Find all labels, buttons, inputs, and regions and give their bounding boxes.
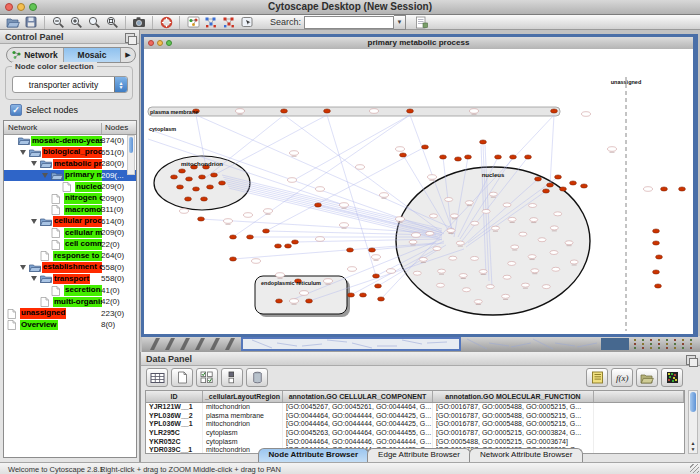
network-node[interactable] bbox=[543, 189, 550, 193]
network-node[interactable] bbox=[285, 244, 292, 248]
network-node[interactable] bbox=[510, 155, 517, 159]
tab-network[interactable]: Network bbox=[7, 48, 64, 62]
tree-expander-icon[interactable] bbox=[20, 150, 26, 155]
network-node[interactable] bbox=[525, 155, 532, 159]
tree-row-biological-process[interactable]: biological_process651(0) bbox=[4, 147, 136, 159]
resize-grip[interactable] bbox=[690, 464, 699, 473]
tree-row-primary-metabo[interactable]: primary metabo209(... bbox=[4, 170, 136, 182]
network-node[interactable] bbox=[440, 155, 447, 159]
network-snapshot-icon[interactable] bbox=[131, 16, 147, 29]
network-node[interactable] bbox=[179, 169, 186, 173]
network-node[interactable] bbox=[306, 299, 313, 303]
network-node[interactable] bbox=[347, 248, 354, 252]
tab-mosaic[interactable]: Mosaic bbox=[64, 48, 121, 62]
network-node[interactable] bbox=[230, 235, 237, 239]
tree-scrollbar[interactable] bbox=[127, 135, 135, 175]
tree-expander-icon[interactable] bbox=[42, 173, 48, 178]
network-node[interactable] bbox=[375, 284, 382, 288]
network-node[interactable] bbox=[422, 145, 429, 149]
attribute-list-icon[interactable] bbox=[586, 368, 608, 387]
tab-network-attribute-browser[interactable]: Network Attribute Browser bbox=[469, 448, 583, 462]
network-node[interactable] bbox=[219, 181, 226, 185]
network-node[interactable] bbox=[247, 235, 254, 239]
attribute-table-icon[interactable] bbox=[146, 368, 168, 387]
unhide-nodes-icon[interactable] bbox=[221, 16, 237, 29]
tree-row-establishment-of-lo[interactable]: establishment of lo558(0) bbox=[4, 262, 136, 274]
network-node[interactable] bbox=[360, 293, 367, 297]
hide-selected-nodes-icon[interactable] bbox=[203, 16, 219, 29]
tree-expander-icon[interactable] bbox=[31, 161, 37, 166]
network-node[interactable] bbox=[653, 229, 660, 233]
table-row[interactable]: YPL036W__1mitochondrion[GO:0044464, GO:0… bbox=[146, 420, 684, 429]
zoom-in-icon[interactable] bbox=[68, 16, 84, 29]
delete-attributes-icon[interactable] bbox=[246, 368, 268, 387]
zoom-selected-region-icon[interactable] bbox=[86, 16, 102, 29]
network-node[interactable] bbox=[276, 299, 283, 303]
network-node[interactable] bbox=[400, 153, 407, 157]
search-input[interactable] bbox=[304, 16, 394, 29]
plugin-manager-icon[interactable] bbox=[413, 16, 429, 29]
network-node[interactable] bbox=[655, 284, 662, 288]
node-color-dropdown[interactable]: transporter activity ▲▼ bbox=[12, 76, 128, 93]
create-attribute-icon[interactable] bbox=[171, 368, 193, 387]
zoom-out-icon[interactable] bbox=[50, 16, 66, 29]
network-node[interactable] bbox=[207, 185, 214, 189]
table-row[interactable]: YLR295Ccytoplasm[GO:0045263, GO:0044464,… bbox=[146, 429, 684, 438]
network-node[interactable] bbox=[171, 175, 178, 179]
tree-row-cellular-process[interactable]: cellular process614(0) bbox=[4, 216, 136, 228]
network-node[interactable] bbox=[185, 197, 192, 201]
network-node[interactable] bbox=[455, 157, 462, 161]
network-node[interactable] bbox=[581, 184, 588, 188]
annotation-icon[interactable] bbox=[239, 16, 255, 29]
tree-row-macromolecule[interactable]: macromolecule311(0) bbox=[4, 204, 136, 216]
network-canvas[interactable]: plasma membrane cytoplasm mitochondrion … bbox=[144, 49, 693, 334]
network-node[interactable] bbox=[201, 197, 208, 201]
network-node[interactable] bbox=[315, 203, 322, 207]
select-nodes-checkbox[interactable]: ✓ bbox=[10, 104, 22, 116]
tree-row-cell-communicat[interactable]: cell communicat22(0) bbox=[4, 239, 136, 251]
network-node[interactable] bbox=[373, 274, 380, 278]
network-node[interactable] bbox=[679, 187, 686, 191]
tree-expander-icon[interactable] bbox=[20, 265, 26, 270]
tab-node-attribute-browser[interactable]: Node Attribute Browser bbox=[258, 448, 370, 462]
table-scrollbar[interactable]: ▲▼ bbox=[688, 390, 698, 454]
tree-expander-icon[interactable] bbox=[31, 276, 37, 281]
table-row[interactable]: YPL036W__2plasma membrane[GO:0044464, GO… bbox=[146, 412, 684, 421]
network-node[interactable] bbox=[186, 177, 193, 181]
network-node[interactable] bbox=[369, 248, 376, 252]
tree-row-response-to-stimulu[interactable]: response to stimulu264(0) bbox=[4, 250, 136, 262]
network-node[interactable] bbox=[465, 155, 472, 159]
network-node[interactable] bbox=[535, 177, 542, 181]
help-icon[interactable] bbox=[158, 16, 174, 29]
network-node[interactable] bbox=[495, 155, 502, 159]
network-node[interactable] bbox=[551, 109, 558, 113]
network-node[interactable] bbox=[560, 187, 567, 191]
import-attributes-icon[interactable] bbox=[636, 368, 658, 387]
column-header[interactable]: ID bbox=[146, 391, 203, 402]
network-node[interactable] bbox=[275, 244, 282, 248]
tree-row-mosaic-demo-yeast[interactable]: mosaic-demo-yeast874(0) bbox=[4, 135, 136, 147]
tree-row-multi-organism-pro[interactable]: multi-organism pro42(0) bbox=[4, 296, 136, 308]
open-session-icon[interactable] bbox=[5, 16, 21, 29]
network-node[interactable] bbox=[348, 293, 355, 297]
column-header[interactable]: _cellularLayoutRegion bbox=[203, 391, 283, 402]
table-row[interactable]: YKR052Ccytoplasm[GO:0044464, GO:0044446,… bbox=[146, 438, 684, 447]
tab-overflow-arrow[interactable]: ▶ bbox=[121, 48, 135, 62]
zoom-whole-network-icon[interactable] bbox=[104, 16, 120, 29]
network-node[interactable] bbox=[570, 181, 577, 185]
network-node[interactable] bbox=[407, 109, 414, 113]
network-node[interactable] bbox=[281, 109, 288, 113]
tree-row-cellular-metabol[interactable]: cellular metabol209(0) bbox=[4, 227, 136, 239]
table-row[interactable]: YJR121W__1mitochondrion[GO:0045267, GO:0… bbox=[146, 403, 684, 412]
network-node[interactable] bbox=[177, 185, 184, 189]
network-node[interactable] bbox=[656, 255, 663, 259]
network-node[interactable] bbox=[653, 270, 660, 274]
network-node[interactable] bbox=[378, 297, 385, 301]
tree-row-overview[interactable]: Overview8(0) bbox=[4, 319, 136, 331]
float-data-panel-icon[interactable] bbox=[686, 355, 696, 365]
network-node[interactable] bbox=[211, 173, 218, 177]
tree-row-unassigned[interactable]: unassigned223(0) bbox=[4, 308, 136, 320]
network-node[interactable] bbox=[199, 175, 206, 179]
column-header[interactable]: annotation.GO MOLECULAR_FUNCTION bbox=[433, 391, 594, 402]
network-node[interactable] bbox=[292, 240, 299, 244]
